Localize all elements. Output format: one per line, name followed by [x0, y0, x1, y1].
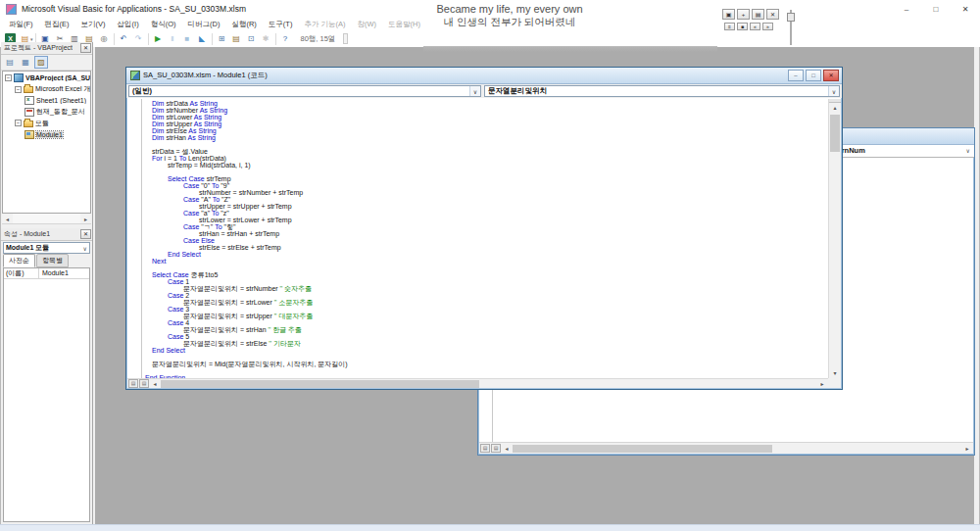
- code-line: 문자열분리및위치 = strNumber '' 숫자추출: [143, 285, 828, 292]
- view-code-button[interactable]: ▤: [3, 56, 17, 69]
- code-window-minimize-button[interactable]: –: [788, 70, 804, 81]
- lyrics-widget-button-3[interactable]: ▤: [752, 9, 764, 20]
- lyrics-widget-button-2[interactable]: +: [737, 9, 750, 20]
- code-window-titlebar[interactable]: SA_SU_0303M.xlsm - Module1 (코드) – □ ✕: [126, 68, 842, 84]
- help-button[interactable]: ?: [278, 32, 293, 46]
- split-view-icon[interactable]: ▤: [491, 444, 501, 453]
- properties-window-button[interactable]: ▤: [229, 32, 244, 46]
- scroll-down-icon[interactable]: ▾: [829, 368, 841, 378]
- menu-file[interactable]: 파일(F): [3, 18, 39, 30]
- chevron-down-icon: ∨: [966, 147, 970, 154]
- properties-object-selector[interactable]: Module1 모듈 ∨: [3, 242, 90, 254]
- view-object-button[interactable]: ▦: [19, 56, 32, 69]
- find-button[interactable]: ◎: [97, 32, 112, 46]
- code-line: Case 2: [143, 292, 828, 299]
- toolbar-handle[interactable]: [343, 33, 348, 44]
- code-line: 문자열분리및위치 = strLower '' 소문자추출: [143, 299, 828, 306]
- left-dock-panel: 프로젝트 - VBAProject ✕ ▤▦▨ −VBAProject (SA_…: [1, 42, 93, 524]
- scroll-thumb[interactable]: [830, 115, 840, 152]
- properties-close-button[interactable]: ✕: [80, 229, 91, 239]
- property-value[interactable]: Module1: [39, 268, 89, 279]
- code-line: strElse = strElse + strTemp: [143, 244, 828, 251]
- code-line: Case 3: [143, 306, 828, 313]
- chevron-down-icon[interactable]: ∨: [469, 86, 480, 96]
- slider-thumb[interactable]: [787, 13, 795, 22]
- project-explorer-close-button[interactable]: ✕: [80, 43, 91, 53]
- procedure-combo[interactable]: 문자열분리및위치 ∨: [484, 85, 840, 97]
- code-text[interactable]: Dim strData As StringDim strNumber As St…: [143, 100, 828, 378]
- scroll-left-icon[interactable]: ◂: [2, 214, 13, 223]
- maximize-button[interactable]: □: [921, 0, 951, 18]
- tree-item-vbaproject[interactable]: −VBAProject (SA_SU_: [3, 72, 90, 84]
- project-tree-hscrollbar[interactable]: ◂ ▸: [2, 214, 91, 224]
- code-line: Dim strData As String: [143, 100, 828, 107]
- menu-tools[interactable]: 도구(T): [263, 18, 299, 30]
- code-window-close-button[interactable]: ✕: [823, 70, 839, 81]
- menu-view[interactable]: 보기(V): [75, 18, 112, 30]
- code-editor[interactable]: Dim strData As StringDim strNumber As St…: [127, 99, 828, 378]
- lyrics-volume-slider[interactable]: [787, 10, 795, 45]
- object-combo[interactable]: (일반) ∨: [128, 85, 481, 97]
- code-vscrollbar[interactable]: ▴ ▾: [828, 99, 841, 378]
- code-window-maximize-button[interactable]: □: [806, 70, 821, 81]
- tab-alphabetic[interactable]: 사전순: [3, 254, 35, 267]
- lyrics-widget-button-5[interactable]: ≡: [724, 23, 735, 30]
- property-row[interactable]: (이름)Module1: [4, 268, 89, 279]
- scroll-right-icon[interactable]: ▸: [80, 214, 91, 223]
- undo-button[interactable]: ↶: [117, 32, 131, 46]
- tab-categorized[interactable]: 항목별: [36, 254, 69, 267]
- properties-grid: (이름)Module1: [3, 267, 90, 522]
- scroll-thumb[interactable]: [513, 445, 772, 453]
- menu-edit[interactable]: 편집(E): [39, 18, 75, 30]
- tree-item-modules-folder[interactable]: −모듈: [3, 118, 90, 129]
- scroll-right-icon[interactable]: ▸: [961, 444, 973, 454]
- project-explorer-title: 프로젝트 - VBAProject: [4, 43, 73, 53]
- split-view-icon[interactable]: ▤: [139, 379, 149, 388]
- lyrics-widget-button-7[interactable]: «: [750, 23, 760, 30]
- tree-expander-icon[interactable]: −: [15, 120, 22, 126]
- code-margin-bar: [127, 99, 142, 378]
- split-view-icon[interactable]: ▤: [480, 444, 490, 453]
- menu-debug[interactable]: 디버그(D): [182, 18, 226, 30]
- tree-item-module1[interactable]: Module1: [3, 129, 90, 141]
- run-button[interactable]: ▶: [151, 32, 166, 46]
- toggle-folders-button[interactable]: ▨: [34, 56, 48, 69]
- lyrics-widget-button-6[interactable]: ■: [737, 23, 748, 30]
- scroll-right-icon[interactable]: ▸: [816, 379, 828, 389]
- scroll-left-icon[interactable]: ◂: [149, 379, 161, 389]
- lyrics-widget-close-button[interactable]: ✕: [766, 9, 779, 20]
- tree-item-thisworkbook[interactable]: 현재_통합_문서: [3, 107, 90, 119]
- tree-expander-icon[interactable]: −: [15, 86, 22, 93]
- scroll-track[interactable]: [13, 214, 80, 223]
- code-line: [143, 141, 828, 148]
- scroll-up-icon[interactable]: ▴: [829, 103, 841, 113]
- tree-expander-icon[interactable]: −: [5, 74, 12, 81]
- code-line: 문자열분리및위치 = strUpper '' 대문자추출: [143, 313, 828, 319]
- chevron-down-icon: ∨: [83, 245, 89, 252]
- code-line: Dim strUpper As String: [143, 121, 828, 127]
- close-button[interactable]: ✕: [951, 0, 980, 18]
- app-title: Microsoft Visual Basic for Applications …: [22, 4, 246, 14]
- code-line: strLower = strLower + strTemp: [143, 217, 828, 223]
- lyrics-widget-button-8[interactable]: »: [762, 23, 773, 30]
- menu-format[interactable]: 형식(O): [145, 18, 182, 30]
- design-mode-button[interactable]: ◣: [195, 32, 210, 46]
- menu-run[interactable]: 실행(R): [225, 18, 262, 30]
- toolbar-separator: [275, 33, 276, 45]
- menu-insert[interactable]: 삽입(I): [112, 18, 145, 30]
- chevron-down-icon[interactable]: ▾: [30, 36, 33, 42]
- chevron-down-icon[interactable]: ∨: [828, 86, 839, 96]
- scroll-thumb[interactable]: [161, 380, 479, 388]
- tree-item-excel-objects[interactable]: −Microsoft Excel 개체: [3, 84, 90, 96]
- lyrics-widget-button-1[interactable]: ▣: [722, 9, 735, 20]
- minimize-button[interactable]: –: [892, 0, 921, 18]
- standard-toolbar: X▤▾▣✂▥▤◎↶↷▶‖■◣⊞▤⊡✱?80행, 15열: [0, 30, 980, 47]
- scroll-left-icon[interactable]: ◂: [501, 444, 513, 454]
- project-explorer-button[interactable]: ⊞: [215, 32, 229, 46]
- split-view-icon[interactable]: ▤: [128, 379, 138, 388]
- code-hscrollbar[interactable]: ▤ ▤ ◂ ▸: [127, 378, 828, 388]
- code-line: Next: [143, 258, 828, 265]
- tree-item-sheet1[interactable]: Sheet1 (Sheet1): [3, 95, 90, 107]
- object-browser-button[interactable]: ⊡: [244, 32, 259, 46]
- background-hscrollbar[interactable]: ▤ ▤ ◂ ▸: [479, 442, 973, 454]
